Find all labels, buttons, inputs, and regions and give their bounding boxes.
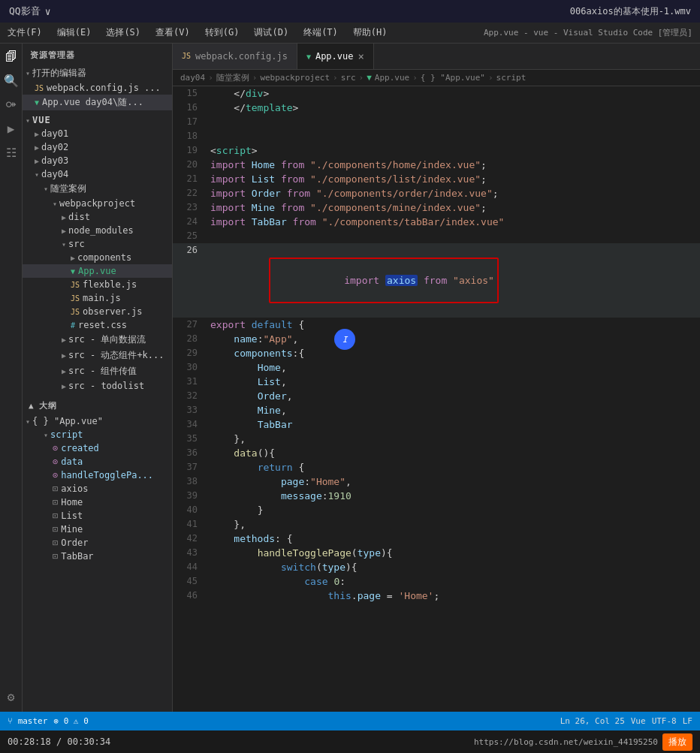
outline-created[interactable]: ⊙ created [23, 441, 172, 455]
code-line-30: 30 Home, [173, 360, 700, 375]
breadcrumb-appvue: ▼ [367, 73, 372, 83]
outline-list[interactable]: ⊡ List [23, 509, 172, 523]
open-editors-section: ▾ 打开的编辑器 JS webpack.config.js ... ▼ App.… [23, 64, 172, 112]
code-line-29: 29 components:{ [173, 346, 700, 360]
folder-src-unidirectional[interactable]: ▶ src - 单向数据流 [23, 332, 172, 348]
open-editors-header[interactable]: ▾ 打开的编辑器 [23, 65, 172, 81]
code-line-41: 41 }, [173, 517, 700, 532]
tab-appvue[interactable]: ▼ App.vue × [297, 44, 374, 69]
file-reset-css[interactable]: # reset.css [23, 318, 172, 332]
app-title: QQ影音 ∨ [9, 5, 50, 18]
folder-src-component[interactable]: ▶ src - 组件传值 [23, 363, 172, 379]
vue-section-header[interactable]: ▾ VUE [23, 113, 172, 127]
code-line-33: 33 Mine, [173, 403, 700, 417]
file-main[interactable]: JS main.js [23, 291, 172, 305]
git-icon[interactable]: ⚩ [2, 95, 20, 113]
settings-icon[interactable]: ⚙ [2, 688, 20, 706]
outline-data[interactable]: ⊙ data [23, 455, 172, 468]
folder-webpackproject[interactable]: ▾ webpackproject [23, 197, 172, 210]
open-file-appvue[interactable]: ▼ App.vue day04\随... [23, 95, 172, 110]
folder-src[interactable]: ▾ src [23, 237, 172, 251]
breadcrumb-webpackproject: webpackproject [260, 73, 330, 83]
breadcrumb-sep5: › [412, 73, 418, 83]
breadcrumb-sep4: › [359, 73, 364, 83]
code-line-44: 44 switch(type){ [173, 560, 700, 574]
code-line-21: 21 import List from "./components/list/i… [173, 172, 700, 186]
tab-close-icon[interactable]: × [358, 50, 364, 62]
open-file-webpack[interactable]: JS webpack.config.js ... [23, 81, 172, 95]
outline-header[interactable]: ▲ 大纲 [23, 397, 172, 414]
play-button[interactable]: 播放 [662, 733, 692, 751]
file-flexble[interactable]: JS flexble.js [23, 278, 172, 291]
outline-handleTogglePa[interactable]: ⊙ handleTogglePa... [23, 468, 172, 482]
menu-goto[interactable]: 转到(G) [198, 23, 247, 42]
code-area[interactable]: 15 </div> 16 </template> 17 18 19 [173, 86, 700, 712]
extensions-icon[interactable]: ☷ [2, 143, 20, 161]
app-name: QQ影音 [9, 5, 41, 18]
code-line-18: 18 [173, 129, 700, 143]
errors-count: ⊗ 0 ⚠ 0 [53, 716, 88, 726]
encoding: UTF-8 [652, 716, 677, 726]
code-line-25: 25 [173, 229, 700, 243]
activity-bar: 🗐 🔍 ⚩ ▶ ☷ ⚙ [0, 44, 23, 712]
menu-edit[interactable]: 编辑(E) [50, 23, 99, 42]
breadcrumb-day04: day04 [180, 73, 205, 83]
menu-select[interactable]: 选择(S) [98, 23, 148, 42]
file-appvue[interactable]: ▼ App.vue [23, 264, 172, 278]
breadcrumb-sep6: › [488, 73, 493, 83]
folder-day02[interactable]: ▶ day02 [23, 140, 172, 154]
menu-items: 文件(F) 编辑(E) 选择(S) 查看(V) 转到(G) 调试(D) 终端(T… [0, 23, 484, 42]
code-line-24: 24 import TabBar from "./components/tabB… [173, 215, 700, 229]
outline-home[interactable]: ⊡ Home [23, 495, 172, 509]
outline-script[interactable]: ▾ script [23, 428, 172, 441]
status-bar: ⑂ master ⊗ 0 ⚠ 0 Ln 26, Col 25 Vue UTF-8… [0, 712, 700, 730]
outline-appvue[interactable]: ▾ { } "App.vue" [23, 414, 172, 428]
code-line-22: 22 import Order from "./components/order… [173, 186, 700, 200]
menu-file[interactable]: 文件(F) [0, 23, 50, 42]
folder-src-todolist[interactable]: ▶ src - todolist [23, 379, 172, 393]
folder-node-modules[interactable]: ▶ node_modules [23, 224, 172, 237]
code-line-35: 35 }, [173, 432, 700, 446]
menu-help[interactable]: 帮助(H) [345, 23, 395, 42]
search-icon[interactable]: 🔍 [2, 71, 20, 89]
folder-suiTang[interactable]: ▾ 随堂案例 [23, 181, 172, 197]
folder-components[interactable]: ▶ components [23, 251, 172, 264]
title-bar: QQ影音 ∨ 006axios的基本使用-1.wmv [0, 0, 700, 23]
tab-webpack[interactable]: JS webpack.config.js [173, 44, 297, 69]
folder-day03[interactable]: ▶ day03 [23, 154, 172, 167]
code-line-26: 26 import axios from "axios" [173, 243, 700, 318]
main-layout: 🗐 🔍 ⚩ ▶ ☷ ⚙ 资源管理器 ▾ 打开的编辑器 JS webpack.co… [0, 44, 700, 712]
folder-day04[interactable]: ▾ day04 [23, 167, 172, 181]
file-observer[interactable]: JS observer.js [23, 305, 172, 318]
breadcrumb: day04 › 随堂案例 › webpackproject › src › ▼ … [173, 70, 700, 86]
code-line-23: 23 import Mine from "./components/mine/i… [173, 200, 700, 215]
vue-section: ▾ VUE ▶ day01 ▶ day02 ▶ day03 ▾ day04 ▾ … [23, 112, 172, 394]
code-line-38: 38 page:"Home", [173, 474, 700, 489]
video-bar-left: 00:28:18 / 00:30:34 [8, 736, 110, 747]
menu-view[interactable]: 查看(V) [148, 23, 198, 42]
breadcrumb-script: script [496, 73, 527, 83]
breadcrumb-sep3: › [333, 73, 338, 83]
outline-axios[interactable]: ⊡ axios [23, 482, 172, 495]
explorer-icon[interactable]: 🗐 [2, 47, 20, 65]
debug-icon[interactable]: ▶ [2, 119, 20, 137]
status-left: ⑂ master ⊗ 0 ⚠ 0 [8, 716, 89, 726]
breadcrumb-suitang: 随堂案例 [216, 72, 249, 83]
code-line-42: 42 methods: { [173, 532, 700, 546]
folder-dist[interactable]: ▶ dist [23, 210, 172, 224]
code-line-17: 17 [173, 115, 700, 129]
video-title: 006axios的基本使用-1.wmv [570, 5, 691, 18]
outline-tabbar[interactable]: ⊡ TabBar [23, 550, 172, 563]
video-time: 00:28:18 / 00:30:34 [8, 736, 110, 747]
cursor-dot: I [334, 329, 355, 350]
outline-order[interactable]: ⊡ Order [23, 536, 172, 550]
menu-debug[interactable]: 调试(D) [246, 23, 296, 42]
outline-mine[interactable]: ⊡ Mine [23, 523, 172, 536]
video-bar: 00:28:18 / 00:30:34 https://blog.csdn.ne… [0, 730, 700, 753]
code-line-34: 34 TabBar [173, 417, 700, 432]
outline-section: ▲ 大纲 ▾ { } "App.vue" ▾ script ⊙ created … [23, 397, 172, 563]
folder-src-dynamic[interactable]: ▶ src - 动态组件+k... [23, 348, 172, 363]
line-ending: LF [683, 716, 692, 726]
menu-terminal[interactable]: 终端(T) [296, 23, 345, 42]
folder-day01[interactable]: ▶ day01 [23, 127, 172, 140]
